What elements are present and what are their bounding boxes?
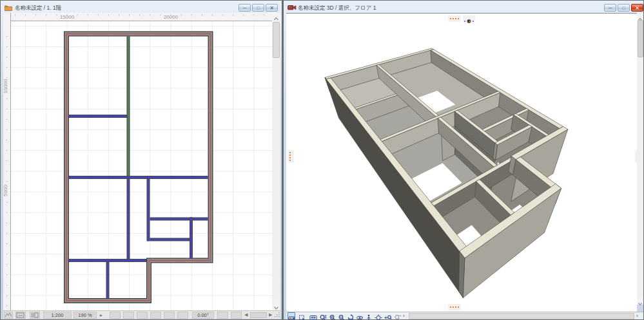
svg-text:5000: 5000	[3, 185, 8, 196]
svg-text:20000: 20000	[164, 14, 179, 20]
svg-text:15000: 15000	[60, 14, 75, 20]
svg-text:10000: 10000	[3, 79, 8, 93]
